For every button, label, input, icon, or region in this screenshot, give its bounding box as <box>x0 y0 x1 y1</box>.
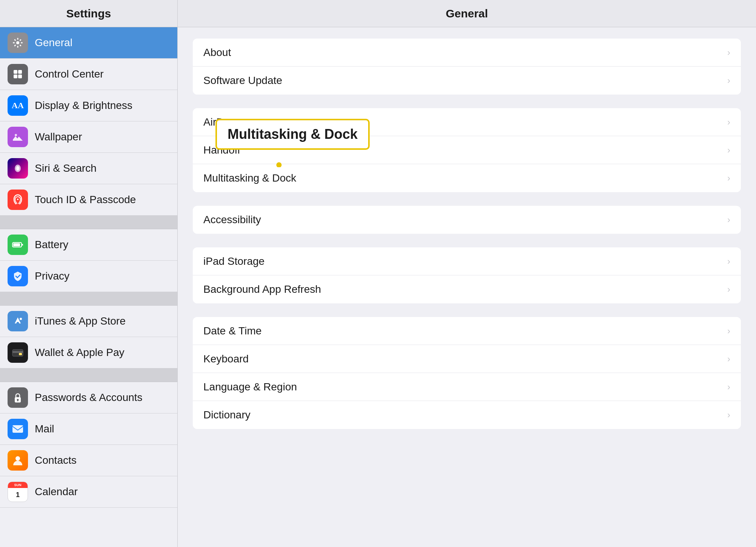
keyboard-right: › <box>727 354 730 364</box>
siri-icon <box>8 158 28 179</box>
sidebar-item-wallet[interactable]: Wallet & Apple Pay <box>0 337 177 368</box>
sidebar-item-calendar[interactable]: SUN 1 Calendar <box>0 476 177 508</box>
sidebar-item-wallpaper[interactable]: Wallpaper <box>0 121 177 153</box>
sidebar-item-privacy[interactable]: Privacy <box>0 261 177 292</box>
svg-point-0 <box>16 41 19 44</box>
sidebar-item-privacy-label: Privacy <box>35 270 70 282</box>
wallpaper-icon <box>8 127 28 147</box>
svg-rect-4 <box>18 75 22 78</box>
accessibility-chevron: › <box>727 214 730 225</box>
sidebar-item-calendar-label: Calendar <box>35 486 78 498</box>
background-app-refresh-right: › <box>727 284 730 295</box>
svg-point-7 <box>16 166 19 171</box>
svg-rect-14 <box>12 351 23 353</box>
svg-point-12 <box>20 318 22 320</box>
svg-rect-3 <box>14 75 17 78</box>
control-center-icon <box>8 64 28 84</box>
header-right: General <box>178 0 756 27</box>
sidebar-item-passwords[interactable]: Passwords & Accounts <box>0 382 177 413</box>
privacy-icon <box>8 266 28 286</box>
sidebar: General Control Center AA Display & Brig… <box>0 27 178 547</box>
handoff-right: › <box>727 145 730 155</box>
contacts-icon <box>8 450 28 471</box>
mail-icon <box>8 419 28 439</box>
sidebar-item-touchid-label: Touch ID & Passcode <box>35 194 136 206</box>
wallet-icon <box>8 342 28 363</box>
settings-row-keyboard[interactable]: Keyboard › <box>193 345 741 373</box>
keyboard-chevron: › <box>727 354 730 364</box>
about-label: About <box>203 47 231 59</box>
date-time-right: › <box>727 326 730 336</box>
settings-row-dictionary[interactable]: Dictionary › <box>193 401 741 429</box>
ipad-storage-label: iPad Storage <box>203 255 265 267</box>
sidebar-item-wallpaper-label: Wallpaper <box>35 131 82 143</box>
appstore-icon <box>8 311 28 331</box>
settings-row-about[interactable]: About › <box>193 39 741 67</box>
sidebar-item-siri-search[interactable]: Siri & Search <box>0 153 177 184</box>
tooltip-text: Multitasking & Dock <box>228 126 358 142</box>
sidebar-item-control-center-label: Control Center <box>35 68 104 80</box>
main-content: General Control Center AA Display & Brig… <box>0 27 756 547</box>
settings-row-ipad-storage[interactable]: iPad Storage › <box>193 247 741 275</box>
sidebar-item-itunes[interactable]: iTunes & App Store <box>0 306 177 337</box>
calendar-icon: SUN 1 <box>8 482 28 502</box>
sidebar-item-siri-label: Siri & Search <box>35 162 96 174</box>
language-region-chevron: › <box>727 382 730 392</box>
language-region-label: Language & Region <box>203 381 297 393</box>
background-app-refresh-chevron: › <box>727 284 730 295</box>
sidebar-item-display-brightness[interactable]: AA Display & Brightness <box>0 90 177 121</box>
settings-title: Settings <box>66 7 111 20</box>
top-header: Settings General <box>0 0 756 27</box>
right-panel: About › Software Update › AirDrop › <box>178 27 756 547</box>
sidebar-item-contacts[interactable]: Contacts <box>0 445 177 476</box>
settings-group-5: Date & Time › Keyboard › Language & Regi… <box>193 317 741 429</box>
language-region-right: › <box>727 382 730 392</box>
sidebar-item-touchid[interactable]: Touch ID & Passcode <box>0 184 177 216</box>
sidebar-item-control-center[interactable]: Control Center <box>0 59 177 90</box>
sidebar-item-mail-label: Mail <box>35 423 54 435</box>
about-right: › <box>727 47 730 58</box>
settings-group-1: About › Software Update › <box>193 39 741 95</box>
multitasking-right: › <box>727 173 730 183</box>
keyboard-label: Keyboard <box>203 353 249 365</box>
settings-row-multitasking[interactable]: Multitasking & Dock Multitasking & Dock … <box>193 164 741 192</box>
svg-rect-10 <box>22 244 23 246</box>
date-time-label: Date & Time <box>203 325 262 337</box>
software-update-right: › <box>727 75 730 86</box>
dictionary-right: › <box>727 410 730 420</box>
sidebar-item-itunes-label: iTunes & App Store <box>35 315 125 327</box>
sidebar-item-battery-label: Battery <box>35 239 68 251</box>
general-icon <box>8 33 28 53</box>
settings-row-date-time[interactable]: Date & Time › <box>193 317 741 345</box>
multitasking-chevron: › <box>727 173 730 183</box>
svg-rect-2 <box>18 70 22 74</box>
settings-row-software-update[interactable]: Software Update › <box>193 67 741 95</box>
background-app-refresh-label: Background App Refresh <box>203 283 321 295</box>
ipad-storage-chevron: › <box>727 256 730 267</box>
dictionary-chevron: › <box>727 410 730 420</box>
svg-rect-18 <box>17 400 18 401</box>
settings-group-2: AirDrop › Handoff › Multitasking & Dock <box>193 108 741 192</box>
about-chevron: › <box>727 47 730 58</box>
accessibility-label: Accessibility <box>203 214 261 226</box>
software-update-chevron: › <box>727 75 730 86</box>
settings-row-accessibility[interactable]: Accessibility › <box>193 206 741 234</box>
passwords-icon <box>8 387 28 408</box>
sidebar-item-mail[interactable]: Mail <box>0 413 177 445</box>
svg-rect-15 <box>19 353 22 355</box>
svg-point-20 <box>15 456 20 461</box>
sidebar-item-wallet-label: Wallet & Apple Pay <box>35 347 124 359</box>
ipad-storage-right: › <box>727 256 730 267</box>
date-time-chevron: › <box>727 326 730 336</box>
sidebar-item-contacts-label: Contacts <box>35 454 77 466</box>
settings-row-background-app-refresh[interactable]: Background App Refresh › <box>193 275 741 303</box>
sidebar-divider-3 <box>0 368 177 382</box>
sidebar-divider-1 <box>0 216 177 229</box>
handoff-chevron: › <box>727 145 730 155</box>
header-left: Settings <box>0 0 178 27</box>
settings-row-language-region[interactable]: Language & Region › <box>193 373 741 401</box>
battery-icon <box>8 235 28 255</box>
sidebar-item-general[interactable]: General <box>0 27 177 59</box>
sidebar-item-battery[interactable]: Battery <box>0 229 177 261</box>
accessibility-right: › <box>727 214 730 225</box>
